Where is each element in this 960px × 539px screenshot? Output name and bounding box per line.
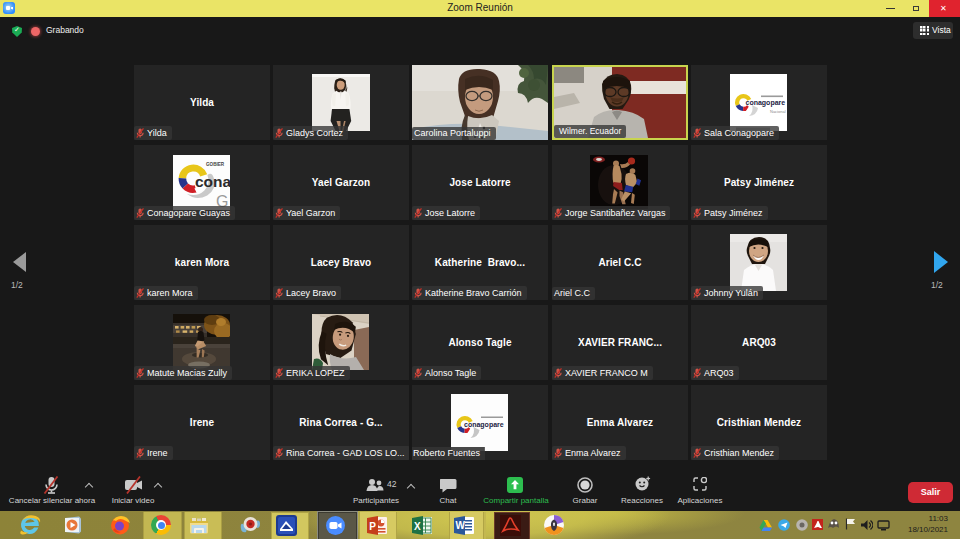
svg-text:Nacional: Nacional	[770, 109, 786, 114]
svg-text:GOBIER: GOBIER	[206, 162, 225, 167]
svg-text:W: W	[456, 520, 466, 531]
svg-text:conagopare: conagopare	[464, 421, 504, 429]
svg-text:P: P	[369, 521, 376, 532]
svg-text:conagopare: conagopare	[746, 99, 786, 107]
svg-text:X: X	[414, 521, 421, 532]
svg-text:conag: conag	[195, 173, 230, 190]
